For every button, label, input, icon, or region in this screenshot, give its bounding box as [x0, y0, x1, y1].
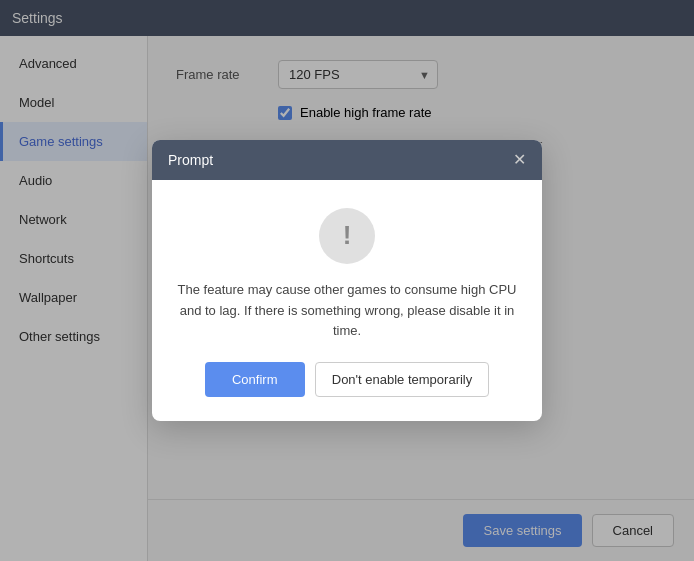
- dont-enable-button[interactable]: Don't enable temporarily: [315, 362, 490, 397]
- confirm-button[interactable]: Confirm: [205, 362, 305, 397]
- warning-icon: !: [319, 208, 375, 264]
- modal-footer: Confirm Don't enable temporarily: [152, 362, 542, 421]
- modal-title: Prompt: [168, 152, 213, 168]
- prompt-modal: Prompt ✕ ! The feature may cause other g…: [152, 140, 542, 421]
- modal-message: The feature may cause other games to con…: [176, 280, 518, 342]
- modal-close-button[interactable]: ✕: [513, 152, 526, 168]
- modal-overlay: Prompt ✕ ! The feature may cause other g…: [0, 0, 694, 561]
- modal-body: ! The feature may cause other games to c…: [152, 180, 542, 362]
- modal-header: Prompt ✕: [152, 140, 542, 180]
